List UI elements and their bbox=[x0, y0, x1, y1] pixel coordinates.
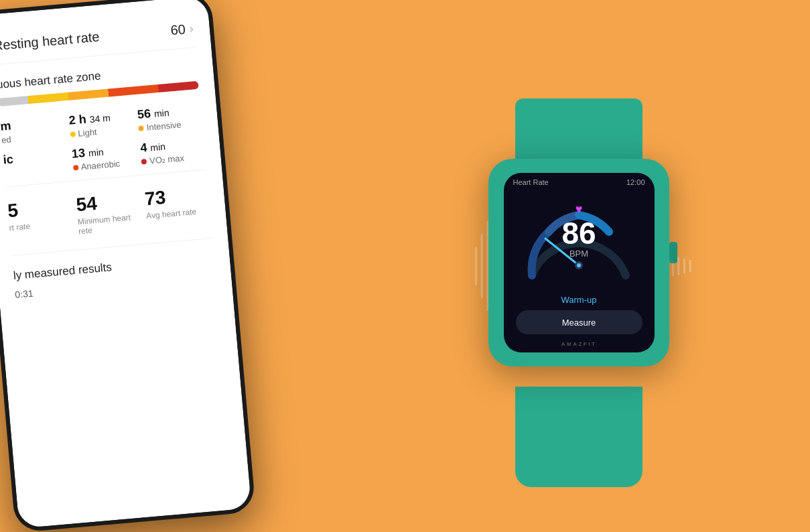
watch-container: Heart Rate 12:00 bbox=[462, 125, 689, 407]
stat-cell-vo2: 4 min VO₂ max bbox=[140, 136, 206, 167]
watch-case: Heart Rate 12:00 bbox=[488, 159, 669, 367]
phone-container: Resting heart rate 60 › uous heart rate … bbox=[0, 0, 306, 532]
watch-time: 12:00 bbox=[626, 178, 645, 186]
stat-cell-warm: m ed bbox=[0, 115, 65, 145]
measure-button-label: Measure bbox=[562, 318, 596, 328]
bottom-stat-label-min: Minimum heart rete bbox=[77, 212, 142, 236]
watch-crown bbox=[669, 242, 677, 263]
bottom-stat-min: 54 Minimum heart rete bbox=[75, 189, 142, 236]
stat-cell-light: 2 h 34 m Light bbox=[68, 109, 134, 139]
watch-strap-bottom bbox=[515, 387, 643, 487]
amazfit-brand: AMAZFIT bbox=[504, 341, 655, 352]
resting-hr-label: Resting heart rate bbox=[0, 29, 100, 54]
gauge-area: ♥ 86 BPM bbox=[504, 189, 655, 302]
watch-hr-label: Heart Rate bbox=[513, 178, 549, 186]
vo2-dot bbox=[141, 158, 147, 164]
stat-cell-anaerobic: 13 min Anaerobic bbox=[71, 141, 137, 172]
stat-cell-aerobic: ic bbox=[3, 147, 68, 178]
light-dot bbox=[70, 131, 76, 137]
stat-value-aerobic: ic bbox=[3, 147, 67, 167]
bottom-stats: 5 rt rate 54 Minimum heart rete 73 Avg h… bbox=[7, 183, 210, 242]
divider-2 bbox=[11, 238, 212, 256]
heart-icon: ♥ bbox=[561, 202, 596, 216]
measure-button[interactable]: Measure bbox=[516, 310, 643, 334]
bpm-value: 86 bbox=[561, 218, 596, 249]
watch-screen: Heart Rate 12:00 bbox=[504, 173, 655, 352]
bottom-stat-max: 5 rt rate bbox=[7, 195, 74, 242]
resting-hr-row[interactable]: Resting heart rate 60 › bbox=[0, 10, 195, 65]
anaerobic-dot bbox=[73, 164, 79, 170]
svg-point-40 bbox=[577, 263, 581, 267]
chevron-right-icon: › bbox=[189, 21, 194, 36]
intensive-dot bbox=[138, 125, 144, 131]
phone-body: Resting heart rate 60 › uous heart rate … bbox=[0, 0, 256, 532]
bottom-stat-avg: 73 Avg heart rate bbox=[144, 183, 211, 230]
resting-hr-number: 60 bbox=[170, 21, 186, 38]
resting-hr-value-group: 60 › bbox=[170, 21, 194, 38]
stat-cell-intensive: 56 min Intensive bbox=[137, 103, 202, 133]
svg-rect-37 bbox=[689, 259, 691, 272]
app-content: Resting heart rate 60 › uous heart rate … bbox=[0, 0, 252, 529]
bpm-display: ♥ 86 BPM bbox=[561, 202, 596, 259]
phone-screen: Resting heart rate 60 › uous heart rate … bbox=[0, 0, 252, 529]
watch-screen-header: Heart Rate 12:00 bbox=[504, 173, 655, 189]
